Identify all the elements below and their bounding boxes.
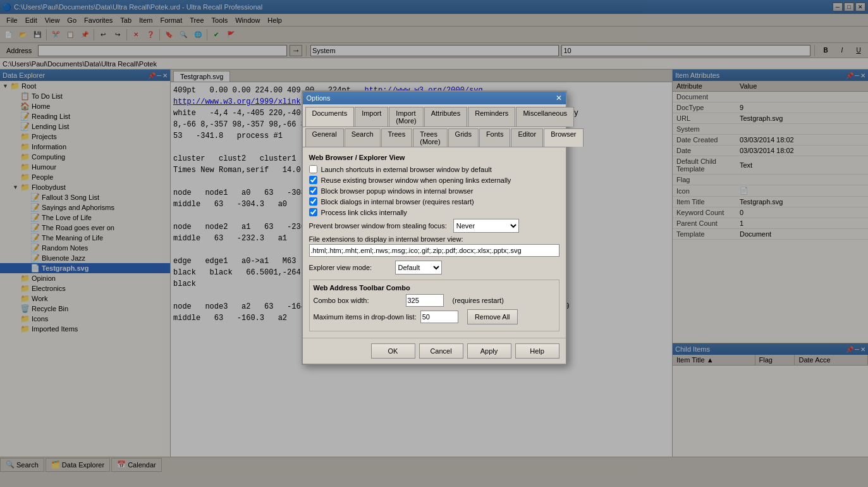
max-items-label: Maximum items in drop-down list: <box>314 313 417 321</box>
combo-width-label: Combo box width: <box>314 297 402 304</box>
max-items-input[interactable] <box>420 311 458 323</box>
subtab-fonts[interactable]: Fonts <box>479 128 511 147</box>
tab-import-more[interactable]: Import (More) <box>389 107 423 126</box>
explorer-mode-label: Explorer view mode: <box>309 264 391 271</box>
cb-block-dialogs[interactable] <box>309 197 317 206</box>
cb-reuse-browser-label: Reuse existing browser window when openi… <box>321 176 511 184</box>
prevent-select[interactable]: Never Always When minimized <box>453 219 519 233</box>
options-title-bar: Options ✕ <box>303 92 566 104</box>
tab-miscellaneous[interactable]: Miscellaneous <box>516 107 574 126</box>
checkbox-row-5: Process link clicks internally <box>309 208 559 216</box>
options-tabs: Documents Import Import (More) Attribute… <box>303 104 566 127</box>
tab-attributes[interactable]: Attributes <box>424 107 467 126</box>
options-dialog: Options ✕ Documents Import Import (More)… <box>302 90 567 365</box>
options-subtabs: General Search Trees Trees (More) Grids … <box>303 127 566 147</box>
options-title: Options <box>307 94 331 102</box>
subtab-editor[interactable]: Editor <box>511 128 543 147</box>
cb-launch-external-label: Launch shortcuts in external browser win… <box>321 166 492 173</box>
subtab-general[interactable]: General <box>305 128 344 147</box>
cb-block-popup[interactable] <box>309 187 317 195</box>
combo-section: Web Address Toolbar Combo Combo box widt… <box>309 280 559 331</box>
checkbox-row-1: Launch shortcuts in external browser win… <box>309 165 559 173</box>
combo-width-note: (requires restart) <box>453 297 504 304</box>
file-ext-section: File extensions to display in internal b… <box>309 235 559 257</box>
combo-width-row: Combo box width: (requires restart) <box>314 294 555 307</box>
tab-reminders[interactable]: Reminders <box>468 107 515 126</box>
checkbox-row-4: Block dialogs in internal browser (requi… <box>309 197 559 206</box>
max-items-row: Maximum items in drop-down list: Remove … <box>314 309 555 324</box>
tab-documents[interactable]: Documents <box>305 107 355 126</box>
combo-section-title: Web Address Toolbar Combo <box>314 284 555 292</box>
options-body: Web Browser / Explorer View Launch short… <box>303 147 566 338</box>
subtab-search[interactable]: Search <box>345 128 381 147</box>
cb-process-link-label: Process link clicks internally <box>321 209 407 216</box>
prevent-label: Prevent browser window from stealing foc… <box>309 222 447 230</box>
explorer-mode-select[interactable]: Default Details List Thumbnail <box>395 261 442 274</box>
file-ext-input[interactable] <box>309 244 559 257</box>
subtab-trees-more[interactable]: Trees (More) <box>413 128 447 147</box>
ok-button[interactable]: OK <box>371 343 415 359</box>
modal-overlay: Options ✕ Documents Import Import (More)… <box>0 0 868 472</box>
tab-import[interactable]: Import <box>355 107 388 126</box>
options-close-button[interactable]: ✕ <box>556 94 562 102</box>
remove-all-button[interactable]: Remove All <box>467 309 518 324</box>
subtab-trees[interactable]: Trees <box>381 128 413 147</box>
options-dialog-buttons: OK Cancel Apply Help <box>303 338 566 364</box>
subtab-browser[interactable]: Browser <box>544 128 583 147</box>
file-ext-label: File extensions to display in internal b… <box>309 235 559 243</box>
combo-width-input[interactable] <box>406 294 444 307</box>
prevent-row: Prevent browser window from stealing foc… <box>309 219 559 233</box>
cb-reuse-browser[interactable] <box>309 176 317 184</box>
explorer-mode-row: Explorer view mode: Default Details List… <box>309 261 559 274</box>
help-button[interactable]: Help <box>515 343 559 359</box>
web-browser-section-title: Web Browser / Explorer View <box>309 154 559 161</box>
cb-process-link[interactable] <box>309 208 317 216</box>
apply-button[interactable]: Apply <box>467 343 511 359</box>
checkbox-row-2: Reuse existing browser window when openi… <box>309 176 559 184</box>
cancel-button[interactable]: Cancel <box>419 343 463 359</box>
subtab-grids[interactable]: Grids <box>448 128 479 147</box>
cb-block-popup-label: Block browser popup windows in internal … <box>321 187 474 195</box>
cb-launch-external[interactable] <box>309 165 317 173</box>
checkbox-row-3: Block browser popup windows in internal … <box>309 187 559 195</box>
cb-block-dialogs-label: Block dialogs in internal browser (requi… <box>321 198 474 206</box>
